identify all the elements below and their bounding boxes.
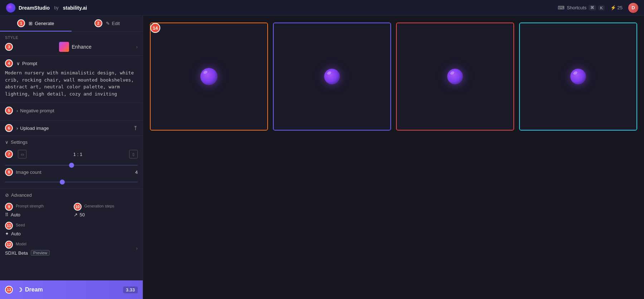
image-count-slider[interactable]	[5, 182, 138, 182]
badge-14: 14	[150, 23, 160, 33]
style-label: Style	[5, 35, 138, 40]
badge-2: 2	[94, 19, 102, 27]
image-count-slider-container	[5, 178, 138, 183]
stability-name: stability.ai	[63, 5, 87, 11]
portrait-icon: ▯	[129, 150, 138, 158]
credits-display: ⚡ 25	[610, 5, 623, 10]
aspect-ratio-slider[interactable]	[5, 165, 138, 166]
badge-12: 12	[5, 241, 13, 249]
badge-10: 10	[74, 203, 82, 211]
dream-button-left: 13 ☽ Dream	[5, 286, 43, 294]
style-thumbnail	[59, 42, 69, 52]
header-right: ⌨ Shortcuts ⌘ K ⚡ 25 D	[558, 3, 638, 13]
keyboard-icon: ⌨	[558, 5, 565, 10]
dream-cost: 3.33	[123, 286, 138, 293]
grid-icon: ⊞	[29, 21, 33, 26]
main-tabs: 1 ⊞ Generate 2 ✎ Edit	[0, 16, 143, 32]
main-layout: 1 ⊞ Generate 2 ✎ Edit Style 3 Enhance ›	[0, 16, 644, 299]
generation-steps-label: Generation steps	[84, 204, 114, 208]
chevron-right-icon: ›	[136, 44, 138, 50]
upload-button[interactable]: ⤒	[133, 125, 138, 132]
model-info: 12 Model SDXL Beta Preview	[5, 241, 50, 256]
generation-steps-value: 50	[80, 212, 85, 217]
settings-label: Settings	[11, 139, 28, 145]
credits-count: 25	[618, 5, 623, 10]
model-section[interactable]: 12 Model SDXL Beta Preview ›	[5, 241, 138, 256]
model-label: Model	[16, 242, 26, 246]
orb-3	[447, 69, 463, 84]
header-left: DreamStudio by stability.ai	[6, 3, 87, 13]
badge-8: 8	[5, 168, 13, 176]
upload-toggle[interactable]: 6 › Upload image	[5, 124, 49, 132]
model-name-row: SDXL Beta Preview	[5, 250, 50, 256]
user-avatar[interactable]: D	[628, 3, 638, 13]
tab-generate[interactable]: 1 ⊞ Generate	[0, 16, 72, 31]
seed-icon: ✦	[5, 231, 9, 236]
lightning-icon: ⚡	[610, 5, 616, 10]
style-section: Style 3 Enhance ›	[0, 32, 143, 56]
sidebar-spacer	[0, 259, 143, 280]
moon-icon: ☽	[17, 286, 22, 293]
tab-edit-label: Edit	[112, 21, 120, 26]
header: DreamStudio by stability.ai ⌨ Shortcuts …	[0, 0, 644, 16]
aspect-ratio-row: 7 ▭ 1 : 1 ▯	[5, 150, 138, 158]
chevron-down-icon: ∨	[16, 61, 20, 66]
prompt-strength-value: Auto	[11, 212, 20, 217]
prompt-section: 4 ∨ Prompt Modern nursery with minimalis…	[0, 56, 143, 103]
shortcuts-button[interactable]: ⌨ Shortcuts ⌘ K	[558, 5, 604, 10]
svg-point-0	[6, 3, 15, 13]
settings-header[interactable]: ∨ Settings	[5, 139, 138, 145]
upload-section: 6 › Upload image ⤒	[0, 121, 143, 136]
style-name: Enhance	[72, 44, 92, 50]
shortcuts-label: Shortcuts	[567, 5, 586, 10]
badge-11: 11	[5, 222, 13, 230]
upload-label: Upload image	[20, 126, 49, 131]
tab-generate-label: Generate	[35, 21, 54, 26]
negative-prompt-label: Negative prompt	[20, 108, 54, 113]
generation-steps-value-row: ↗ 50	[74, 212, 138, 217]
style-row[interactable]: 3 Enhance ›	[5, 42, 138, 52]
image-card-4[interactable]	[519, 23, 637, 130]
negative-prompt-section: 5 › Negative prompt	[0, 103, 143, 121]
advanced-header[interactable]: ⊘ Advanced	[5, 192, 138, 198]
badge-13: 13	[5, 286, 13, 294]
grid-dots-icon: ⠿	[5, 212, 9, 217]
image-card-3[interactable]	[396, 23, 514, 130]
dream-button[interactable]: 13 ☽ Dream 3.33	[0, 280, 143, 299]
seed-section: 11 Seed ✦ Auto	[5, 222, 138, 236]
image-count-row: 8 Image count 4	[5, 168, 138, 176]
orb-4	[570, 69, 586, 84]
model-chevron-right-icon: ›	[136, 245, 138, 251]
seed-value-row: ✦ Auto	[5, 231, 138, 236]
advanced-grid: 9 Prompt strength ⠿ Auto 10 Generation s…	[5, 203, 138, 217]
dreamstudio-logo-icon	[6, 3, 16, 13]
brand-name: DreamStudio	[19, 5, 50, 11]
tab-edit[interactable]: 2 ✎ Edit	[72, 16, 143, 31]
negative-prompt-header[interactable]: 5 › Negative prompt	[5, 107, 138, 114]
canvas-area: 14	[143, 16, 644, 299]
sidebar: 1 ⊞ Generate 2 ✎ Edit Style 3 Enhance ›	[0, 16, 143, 299]
preview-badge: Preview	[31, 250, 50, 256]
kbd2-badge: K	[598, 5, 604, 10]
by-text: by	[54, 5, 59, 10]
steps-icon: ↗	[74, 212, 78, 217]
badge-3: 3	[5, 43, 13, 51]
image-count-value: 4	[135, 170, 138, 175]
prompt-header[interactable]: 4 ∨ Prompt	[5, 59, 138, 67]
prompt-strength-value-row: ⠿ Auto	[5, 212, 69, 217]
generation-steps-item: 10 Generation steps ↗ 50	[74, 203, 138, 217]
prompt-textarea[interactable]: Modern nursery with minimalistic design,…	[5, 69, 138, 98]
badge-6: 6	[5, 124, 13, 132]
badge-4: 4	[5, 59, 13, 67]
seed-value: Auto	[11, 231, 21, 236]
landscape-icon: ▭	[18, 150, 26, 158]
image-count-label: Image count	[16, 170, 42, 175]
orb-1	[200, 68, 218, 85]
image-card-2[interactable]	[273, 23, 391, 130]
image-card-1[interactable]	[150, 23, 268, 130]
aspect-ratio-value: 1 : 1	[30, 152, 126, 157]
model-name-text: SDXL Beta	[5, 250, 28, 256]
chevron-right-upload-icon: ›	[16, 126, 18, 131]
badge-5: 5	[5, 107, 13, 114]
settings-section: ∨ Settings 7 ▭ 1 : 1 ▯ 8 Image count 4	[0, 136, 143, 188]
